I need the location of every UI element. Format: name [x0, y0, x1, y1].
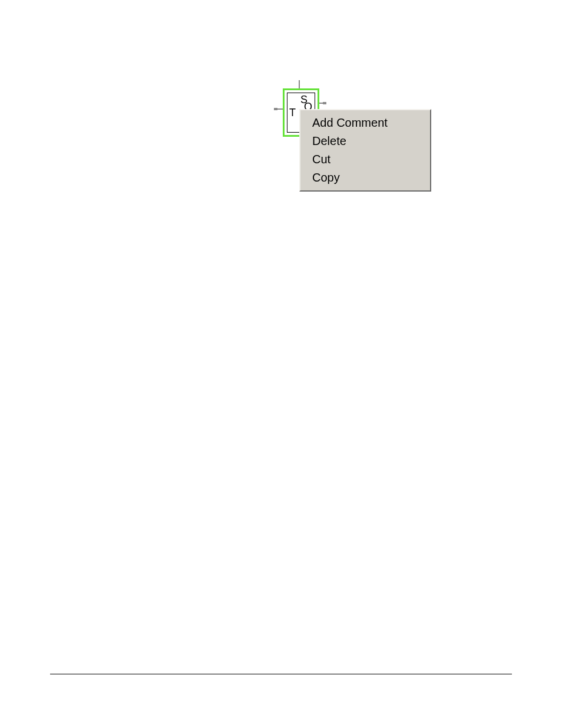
- component-lead-top: [299, 80, 300, 88]
- component-lead-left: [277, 108, 283, 110]
- menu-item-add-comment[interactable]: Add Comment: [300, 114, 430, 132]
- component-lead-right-cap: [323, 102, 326, 104]
- menu-item-cut[interactable]: Cut: [300, 150, 430, 169]
- figure: S Q T Add Comment Delete Cut Copy: [273, 77, 433, 195]
- footer-divider: [50, 674, 512, 674]
- menu-item-copy[interactable]: Copy: [300, 169, 430, 187]
- context-menu: Add Comment Delete Cut Copy: [299, 109, 431, 192]
- menu-item-delete[interactable]: Delete: [300, 132, 430, 150]
- component-lead-left-cap: [274, 108, 277, 110]
- page: S Q T Add Comment Delete Cut Copy: [0, 0, 562, 728]
- component-pin-t: T: [289, 107, 296, 118]
